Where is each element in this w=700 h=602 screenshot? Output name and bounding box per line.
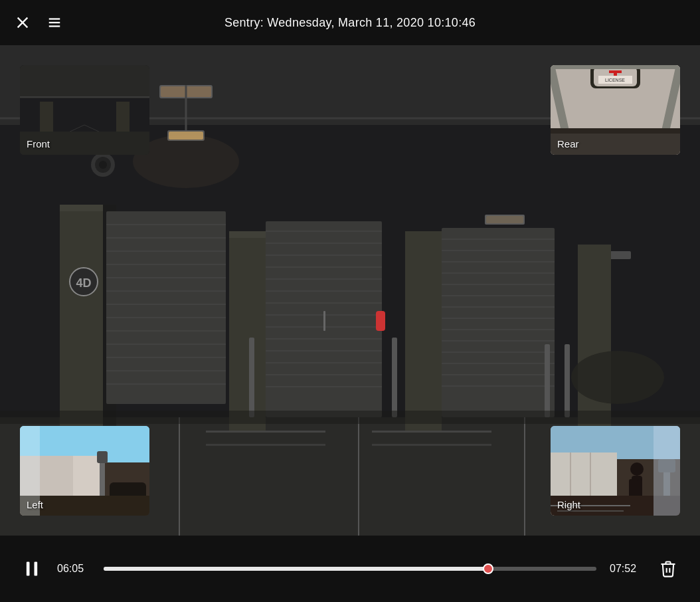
svg-rect-29: [60, 205, 103, 211]
svg-rect-126: [637, 479, 642, 498]
svg-rect-87: [376, 311, 385, 331]
controls-bar: 06:05 07:52: [0, 536, 700, 602]
svg-point-19: [99, 161, 107, 169]
svg-rect-38: [106, 211, 226, 404]
svg-rect-136: [35, 562, 38, 576]
svg-rect-26: [372, 431, 491, 433]
progress-fill: [104, 567, 488, 571]
svg-rect-84: [392, 338, 397, 417]
svg-rect-135: [27, 562, 30, 576]
top-bar-controls: [13, 13, 64, 32]
camera-rear-thumbnail[interactable]: LICENSE Rear: [551, 65, 680, 155]
svg-rect-25: [206, 444, 325, 446]
delete-button[interactable]: [656, 557, 680, 581]
camera-right-thumbnail[interactable]: Right: [551, 426, 680, 516]
svg-rect-31: [229, 231, 266, 431]
svg-text:4D: 4D: [76, 276, 91, 290]
video-area: 4D: [0, 45, 700, 536]
svg-point-123: [630, 462, 644, 476]
svg-rect-86: [565, 344, 570, 417]
current-time: 06:05: [57, 563, 90, 575]
svg-text:LICENSE: LICENSE: [605, 78, 625, 82]
pause-button[interactable]: [20, 557, 44, 581]
video-title: Sentry: Wednesday, March 11, 2020 10:10:…: [224, 16, 476, 30]
svg-rect-91: [20, 65, 149, 98]
menu-button[interactable]: [45, 13, 64, 32]
left-camera-label: Left: [27, 499, 43, 510]
svg-rect-89: [0, 411, 700, 424]
svg-rect-28: [60, 205, 103, 431]
svg-rect-11: [486, 216, 523, 223]
svg-rect-67: [323, 311, 325, 331]
svg-rect-132: [654, 426, 680, 516]
svg-rect-68: [442, 228, 555, 417]
svg-rect-83: [249, 338, 254, 417]
camera-front-thumbnail[interactable]: Front: [20, 65, 149, 155]
right-camera-label: Right: [557, 499, 580, 510]
progress-bar[interactable]: [104, 567, 596, 571]
svg-rect-32: [229, 231, 266, 238]
svg-rect-101: [609, 70, 622, 73]
svg-rect-125: [629, 479, 634, 498]
svg-rect-85: [545, 344, 550, 417]
close-button[interactable]: [13, 13, 32, 32]
total-time: 07:52: [610, 563, 643, 575]
top-bar: Sentry: Wednesday, March 11, 2020 10:10:…: [0, 0, 700, 45]
svg-rect-112: [97, 451, 108, 463]
progress-handle[interactable]: [483, 563, 493, 574]
svg-rect-34: [405, 231, 442, 431]
rear-camera-label: Rear: [557, 138, 579, 150]
camera-left-thumbnail[interactable]: Left: [20, 426, 149, 516]
svg-rect-24: [206, 431, 325, 433]
svg-rect-106: [551, 128, 680, 134]
svg-point-88: [571, 351, 664, 404]
front-camera-label: Front: [27, 138, 50, 150]
svg-rect-27: [372, 444, 491, 446]
